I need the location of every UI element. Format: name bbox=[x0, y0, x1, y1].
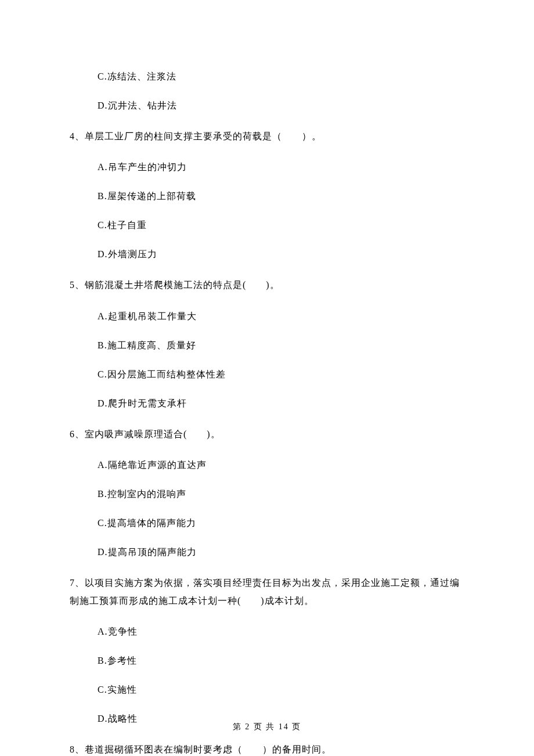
q4-text: 4、单层工业厂房的柱间支撑主要承受的荷载是（ ）。 bbox=[70, 131, 322, 141]
q4-option-d: D.外墙测压力 bbox=[98, 247, 464, 261]
q7-text: 7、以项目实施方案为依据，落实项目经理责任目标为出发点，采用企业施工定额，通过编… bbox=[70, 578, 460, 605]
q3-option-d: D.沉井法、钻井法 bbox=[98, 99, 464, 113]
q6-question: 6、室内吸声减噪原理适合( )。 bbox=[70, 426, 464, 443]
q7-option-a: A.竞争性 bbox=[98, 625, 464, 639]
q6-option-a: A.隔绝靠近声源的直达声 bbox=[98, 458, 464, 472]
q5-text: 5、钢筋混凝土井塔爬模施工法的特点是( )。 bbox=[70, 280, 280, 290]
q5-question: 5、钢筋混凝土井塔爬模施工法的特点是( )。 bbox=[70, 276, 464, 294]
page-footer: 第 2 页 共 14 页 bbox=[0, 721, 534, 733]
q4-question: 4、单层工业厂房的柱间支撑主要承受的荷载是（ ）。 bbox=[70, 128, 464, 145]
q6-option-d: D.提高吊顶的隔声能力 bbox=[98, 545, 464, 559]
q3-option-c: C.冻结法、注浆法 bbox=[98, 70, 464, 84]
q8-question: 8、巷道掘砌循环图表在编制时要考虑（ ）的备用时间。 bbox=[70, 741, 464, 756]
q4-option-c: C.柱子自重 bbox=[98, 218, 464, 232]
q4-option-b: B.屋架传递的上部荷载 bbox=[98, 189, 464, 203]
q6-option-b: B.控制室内的混响声 bbox=[98, 487, 464, 501]
q8-text: 8、巷道掘砌循环图表在编制时要考虑（ ）的备用时间。 bbox=[70, 744, 331, 754]
q5-option-b: B.施工精度高、质量好 bbox=[98, 339, 464, 352]
q6-text: 6、室内吸声减噪原理适合( )。 bbox=[70, 429, 221, 439]
q7-option-b: B.参考性 bbox=[98, 654, 464, 668]
q5-option-d: D.爬升时无需支承杆 bbox=[98, 397, 464, 411]
q4-option-a: A.吊车产生的冲切力 bbox=[98, 160, 464, 174]
page-content: C.冻结法、注浆法 D.沉井法、钻井法 4、单层工业厂房的柱间支撑主要承受的荷载… bbox=[0, 0, 534, 756]
q7-option-c: C.实施性 bbox=[98, 683, 464, 697]
q5-option-c: C.因分层施工而结构整体性差 bbox=[98, 368, 464, 381]
q5-option-a: A.起重机吊装工作量大 bbox=[98, 309, 464, 323]
q6-option-c: C.提高墙体的隔声能力 bbox=[98, 516, 464, 530]
q7-question: 7、以项目实施方案为依据，落实项目经理责任目标为出发点，采用企业施工定额，通过编… bbox=[70, 574, 464, 610]
